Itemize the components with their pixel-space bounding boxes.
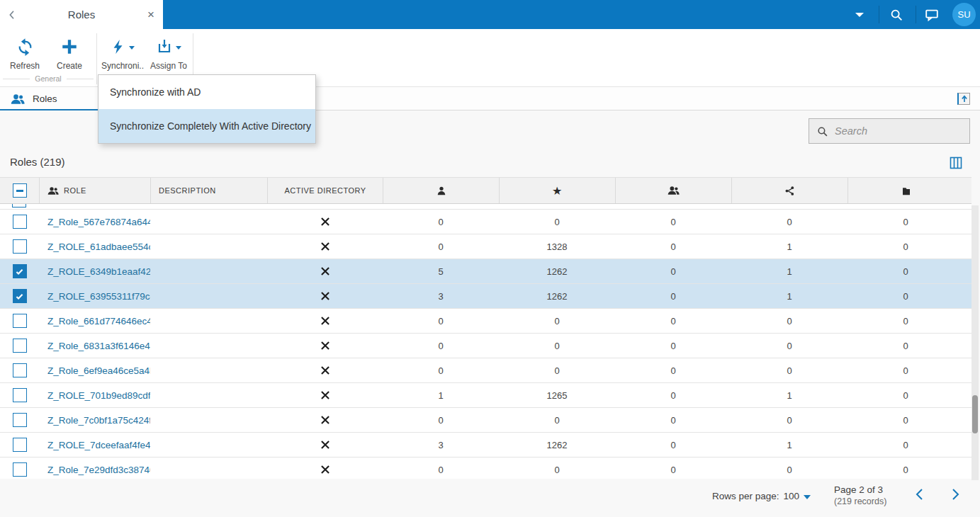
search-input[interactable]	[835, 125, 955, 137]
count-cell: 0	[615, 234, 731, 258]
topbar-divider	[916, 6, 916, 23]
count-cell: 0	[615, 408, 731, 432]
row-checkbox[interactable]	[13, 289, 27, 303]
share-icon	[784, 186, 795, 196]
count-cell: 1	[731, 383, 847, 407]
count-cell: 0	[499, 458, 615, 479]
search-box[interactable]	[809, 118, 970, 144]
row-checkbox[interactable]	[13, 438, 27, 452]
view-tab-label: Roles	[33, 93, 57, 104]
menu-item[interactable]: Synchronize with AD	[98, 75, 315, 109]
user-avatar[interactable]: SU	[952, 3, 976, 26]
row-checkbox-cell	[0, 259, 39, 283]
content-area: Roles (219) ROLE DESCRIPTION ACTIVE DIRE…	[0, 110, 980, 517]
table-row[interactable]: Z_Role_6ef9ea46ce5a4b100000	[0, 358, 971, 383]
table-row[interactable]: Z_Role_567e76874a6447000000	[0, 210, 971, 234]
search-icon	[816, 125, 828, 137]
count-cell: 0	[615, 383, 731, 407]
row-checkbox[interactable]	[13, 388, 27, 402]
select-all-checkbox[interactable]	[13, 183, 27, 198]
row-checkbox[interactable]	[13, 462, 27, 477]
role-name-cell: Z_ROLE_6349b1eaaf4244	[39, 259, 150, 283]
count-cell: 0	[383, 309, 499, 333]
count-cell: 1328	[499, 234, 615, 258]
menu-item[interactable]: Synchronize Completely With Active Direc…	[98, 109, 315, 143]
role-link[interactable]: Z_ROLE_701b9ed89cdf45	[47, 390, 150, 401]
ad-not-linked-icon	[267, 259, 383, 283]
column-header-share[interactable]	[731, 178, 847, 203]
role-link[interactable]: Z_Role_6ef9ea46ce5a4b1	[47, 365, 150, 376]
table-row[interactable]: Z_Role_7c0bf1a75c424fa600000	[0, 408, 971, 433]
count-cell: 0	[847, 433, 964, 457]
column-settings-icon[interactable]	[950, 157, 962, 169]
page-label: Page 2 of 3	[834, 484, 886, 495]
caret-down-icon[interactable]	[804, 495, 811, 499]
role-link[interactable]: Z_ROLE_7dceefaaf4fe40e	[47, 440, 150, 450]
row-checkbox[interactable]	[13, 239, 27, 254]
count-cell: 0	[847, 358, 964, 382]
synchronize-dropdown-menu: Synchronize with ADSynchronize Completel…	[98, 74, 316, 144]
people-icon	[47, 186, 59, 195]
search-icon[interactable]	[888, 6, 905, 23]
role-link[interactable]: Z_Role_661d774646ec40d	[47, 316, 150, 326]
table-row[interactable]: Z_ROLE_63955311f79c49731262010	[0, 284, 971, 309]
caret-down-icon[interactable]	[855, 13, 864, 17]
role-link[interactable]: Z_Role_7e29dfd3c387403	[47, 465, 150, 475]
row-checkbox[interactable]	[13, 413, 27, 427]
collapse-panel-icon[interactable]	[957, 93, 970, 105]
table-row[interactable]: Z_Role_6831a3f6146e44000000	[0, 334, 971, 358]
vertical-scrollbar[interactable]	[971, 205, 979, 480]
table-row[interactable]: Z_ROLE_7dceefaaf4fe40e31262010	[0, 433, 971, 458]
page-info: Page 2 of 3 (219 records)	[834, 484, 886, 506]
chat-icon[interactable]	[923, 6, 940, 23]
count-cell: 0	[731, 334, 847, 358]
column-header-person[interactable]	[383, 178, 499, 203]
role-name-cell: Z_ROLE_61adbaee554c41	[39, 234, 150, 258]
column-header-active-directory[interactable]: ACTIVE DIRECTORY	[267, 178, 383, 203]
records-label: (219 records)	[834, 496, 886, 506]
synchronize-button[interactable]: Synchroni...	[101, 35, 144, 71]
table-row[interactable]: Z_Role_7e29dfd3c38740300000	[0, 458, 971, 479]
next-page-button[interactable]	[947, 486, 964, 503]
row-checkbox[interactable]	[13, 339, 27, 353]
column-header-description[interactable]: DESCRIPTION	[150, 178, 267, 203]
rows-per-page-value[interactable]: 100	[784, 491, 800, 501]
ad-not-linked-icon	[267, 210, 383, 234]
role-link[interactable]: Z_ROLE_63955311f79c497	[47, 291, 150, 302]
role-link[interactable]: Z_ROLE_6349b1eaaf4244	[47, 266, 150, 277]
back-button[interactable]	[0, 0, 24, 29]
refresh-button[interactable]: Refresh	[4, 35, 45, 71]
ad-not-linked-icon	[267, 309, 383, 333]
create-button[interactable]: Create	[49, 35, 90, 71]
count-cell: 0	[499, 309, 615, 333]
open-tab[interactable]: Roles ×	[0, 0, 163, 29]
column-header-star[interactable]: ★	[499, 178, 615, 203]
table-row[interactable]: Z_ROLE_6349b1eaaf424451262010	[0, 259, 971, 284]
row-checkbox[interactable]	[13, 314, 27, 328]
row-checkbox[interactable]	[13, 264, 27, 278]
table-row[interactable]: Z_Role_661d774646ec40d00000	[0, 309, 971, 334]
row-checkbox[interactable]	[13, 363, 27, 377]
count-cell: 1	[731, 433, 847, 457]
role-link[interactable]: Z_Role_7c0bf1a75c424fa6	[47, 415, 150, 426]
row-checkbox-cell	[0, 408, 39, 432]
count-cell: 0	[615, 358, 731, 382]
count-cell: 3	[383, 284, 499, 308]
count-cell: 1	[731, 284, 847, 308]
previous-page-button[interactable]	[911, 486, 928, 503]
view-tab-roles[interactable]: Roles	[0, 87, 99, 110]
column-header-role[interactable]: ROLE	[39, 178, 150, 203]
column-header-people[interactable]	[615, 178, 731, 203]
role-link[interactable]: Z_Role_6831a3f6146e440	[47, 341, 150, 351]
ad-not-linked-icon	[267, 334, 383, 358]
tab-close-button[interactable]: ×	[139, 0, 163, 29]
role-link[interactable]: Z_ROLE_61adbaee554c41	[47, 242, 150, 252]
table-row[interactable]: Z_ROLE_61adbaee554c4101328010	[0, 234, 971, 259]
count-cell: 0	[847, 210, 964, 234]
scrollbar-thumb[interactable]	[972, 395, 978, 433]
row-checkbox[interactable]	[13, 215, 27, 229]
assign-to-button[interactable]: Assign To	[147, 35, 190, 71]
role-link[interactable]: Z_Role_567e76874a64470	[47, 217, 150, 227]
column-header-briefcase[interactable]	[847, 178, 964, 203]
table-row[interactable]: Z_ROLE_701b9ed89cdf4511265010	[0, 383, 971, 408]
